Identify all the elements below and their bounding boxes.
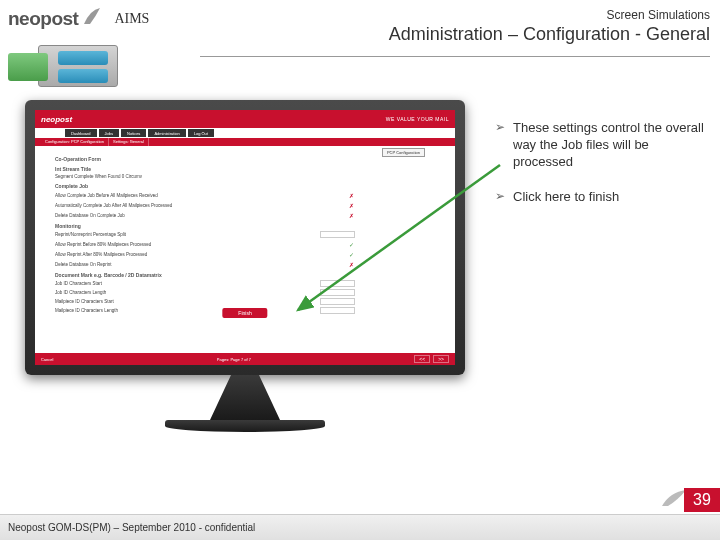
input-d3[interactable] <box>320 298 355 305</box>
setting-d2: Job ID Characters Length <box>55 289 435 296</box>
check-icon[interactable]: ✓ <box>347 250 355 258</box>
finish-button[interactable]: Finish <box>222 308 267 318</box>
x-icon[interactable]: ✗ <box>347 201 355 209</box>
input-d4[interactable] <box>320 307 355 314</box>
input-d2[interactable] <box>320 289 355 296</box>
setting-d3: Mailpiece ID Characters Start <box>55 298 435 305</box>
x-icon[interactable]: ✗ <box>347 260 355 268</box>
pcp-config-button[interactable]: PCP Configuration <box>382 148 425 157</box>
setting-m2: Allow Reprint Before 80% Mailpieces Proc… <box>55 240 435 248</box>
cancel-button[interactable]: Cancel <box>41 357 53 362</box>
subnav-settings[interactable]: Settings: General <box>109 138 149 146</box>
header-right: Screen Simulations Administration – Conf… <box>389 8 710 45</box>
bullet-2: ➢ Click here to finish <box>495 189 705 206</box>
app-tagline: WE VALUE YOUR MAIL <box>386 116 449 122</box>
section-intstream: Int Stream Title <box>55 166 435 172</box>
page-number: 39 <box>684 488 720 512</box>
header-underline <box>200 56 710 57</box>
setting-d1: Job ID Characters Start <box>55 280 435 287</box>
nav-dashboard[interactable]: Dashboard <box>65 129 97 137</box>
check-icon[interactable]: ✓ <box>347 240 355 248</box>
nav-jobs[interactable]: Jobs <box>99 129 119 137</box>
swoosh-icon <box>82 10 102 28</box>
setting-m3: Allow Reprint After 80% Mailpieces Proce… <box>55 250 435 258</box>
category-label: Screen Simulations <box>389 8 710 22</box>
app-footer: Cancel Pages: Page 7 of 7 << >> <box>35 353 455 365</box>
setting-m4: Delete Database On Reprint✗ <box>55 260 435 268</box>
section-monitoring: Monitoring <box>55 223 435 229</box>
nav-logout[interactable]: Log Out <box>188 129 214 137</box>
setting-segcomp: Segment Complete When Found 0 Circumv <box>55 174 435 179</box>
app-logo: neopost <box>41 115 72 124</box>
section-docmark: Document Mark e.g. Barcode / 2D Datamatr… <box>55 272 435 278</box>
app-topbar: neopost WE VALUE YOUR MAIL <box>35 110 455 128</box>
nav-notices[interactable]: Notices <box>121 129 146 137</box>
bullet-text-2: Click here to finish <box>513 189 705 206</box>
page-indicator: Pages: Page 7 of 7 <box>217 357 251 362</box>
section-complete-job: Complete Job <box>55 183 435 189</box>
nav-administration[interactable]: Administration <box>148 129 185 137</box>
prev-button[interactable]: << <box>414 355 430 363</box>
app-nav: Dashboard Jobs Notices Administration Lo… <box>35 128 455 138</box>
setting-m1: Reprint/Nonreprint Percentage Split <box>55 231 435 238</box>
x-icon[interactable]: ✗ <box>347 211 355 219</box>
monitor-mockup: neopost WE VALUE YOUR MAIL Dashboard Job… <box>25 100 465 435</box>
chevron-right-icon: ➢ <box>495 120 505 171</box>
footer-bar: Neopost GOM-DS(PM) – September 2010 - co… <box>0 514 720 540</box>
setting-cj3: Delete Database On Complete Job✗ <box>55 211 435 219</box>
app-subnav: Configuration: PCP Configuration Setting… <box>35 138 455 146</box>
page-title: Administration – Configuration - General <box>389 24 710 45</box>
bullet-list: ➢ These settings control the overall way… <box>495 120 705 224</box>
section-coop: Co-Operation Form <box>55 156 435 162</box>
subnav-config[interactable]: Configuration: PCP Configuration <box>41 138 109 146</box>
x-icon[interactable]: ✗ <box>347 191 355 199</box>
chevron-right-icon: ➢ <box>495 189 505 206</box>
setting-cj1: Allow Complete Job Before All Mailpieces… <box>55 191 435 199</box>
footer-text: Neopost GOM-DS(PM) – September 2010 - co… <box>8 522 255 533</box>
brand-logo: neopost <box>8 8 78 30</box>
next-button[interactable]: >> <box>433 355 449 363</box>
setting-cj2: Automatically Complete Job After All Mai… <box>55 201 435 209</box>
input-d1[interactable] <box>320 280 355 287</box>
app-screen: neopost WE VALUE YOUR MAIL Dashboard Job… <box>35 110 455 365</box>
bullet-1: ➢ These settings control the overall way… <box>495 120 705 171</box>
diagram-icon <box>8 45 128 100</box>
logo-area: neopost AIMS <box>8 8 149 30</box>
app-body: PCP Configuration Co-Operation Form Int … <box>35 146 455 346</box>
input-split[interactable] <box>320 231 355 238</box>
product-label: AIMS <box>114 11 149 27</box>
slide-header: neopost AIMS Screen Simulations Administ… <box>8 8 710 45</box>
bullet-text-1: These settings control the overall way t… <box>513 120 705 171</box>
